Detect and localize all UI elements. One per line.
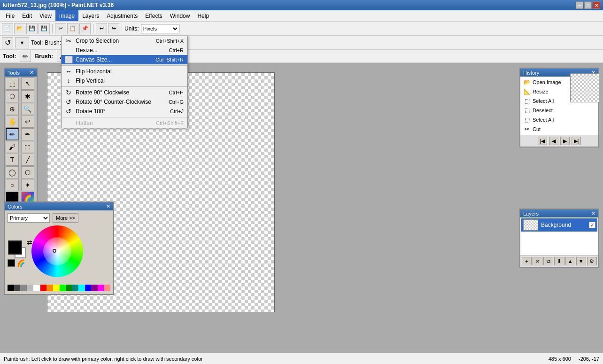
minimize-button[interactable]: ─ xyxy=(576,1,583,9)
history-first-btn[interactable]: |◀ xyxy=(538,137,547,145)
duplicate-layer-btn[interactable]: ⧉ xyxy=(543,257,553,265)
recolor-btn[interactable]: ↺ xyxy=(2,37,13,48)
menu-file[interactable]: File xyxy=(2,10,18,21)
tool-lasso[interactable]: ⬡ xyxy=(6,90,19,102)
tool-fill[interactable]: ⬚ xyxy=(21,141,34,153)
menu-item-rotate-ccw[interactable]: ↺ Rotate 90° Counter-Clockwise Ctrl+G xyxy=(62,97,187,107)
move-layer-up-btn[interactable]: ▲ xyxy=(565,257,575,265)
menu-layers[interactable]: Layers xyxy=(78,10,103,21)
tool-line[interactable]: ╱ xyxy=(21,154,34,166)
tool-pencil[interactable]: ✏ xyxy=(6,128,19,140)
color-white[interactable] xyxy=(33,285,40,291)
tool-rectangle-select[interactable]: ⬚ xyxy=(6,77,19,90)
menu-view[interactable]: View xyxy=(36,10,55,21)
tool-pan[interactable]: ✋ xyxy=(6,116,19,128)
color-teal[interactable] xyxy=(72,285,79,291)
tool-shapes[interactable]: ◯ xyxy=(6,166,19,178)
tool-recolor[interactable]: ✦ xyxy=(21,179,34,191)
layer-visibility-check[interactable]: ✓ xyxy=(589,222,595,228)
menu-window[interactable]: Window xyxy=(166,10,194,21)
tool-move[interactable]: ↖ xyxy=(21,77,34,90)
window-title: kitten572_13.jpg (100%) - Paint.NET v3.3… xyxy=(3,2,114,8)
color-black[interactable] xyxy=(8,285,14,291)
history-item-cut[interactable]: ✂ Cut xyxy=(521,124,597,134)
image-dropdown-menu: ✂ Crop to Selection Ctrl+Shift+X Resize.… xyxy=(61,36,188,128)
color-lime[interactable] xyxy=(60,285,66,291)
move-layer-down-btn[interactable]: ▼ xyxy=(576,257,586,265)
color-wheel[interactable] xyxy=(31,225,83,277)
tool-color-picker[interactable]: ○ xyxy=(6,179,19,191)
rotate-180-label: Rotate 180° xyxy=(76,108,106,115)
color-cyan[interactable] xyxy=(78,285,85,291)
rotate-ccw-shortcut: Ctrl+G xyxy=(169,99,184,105)
color-red[interactable] xyxy=(40,285,47,291)
paste-button[interactable]: 📌 xyxy=(79,23,91,34)
open-button[interactable]: 📂 xyxy=(14,23,25,34)
colors-close-icon[interactable]: ✕ xyxy=(106,203,110,209)
merge-layer-btn[interactable]: ⬇ xyxy=(554,257,564,265)
cut-icon: ✂ xyxy=(523,125,531,133)
color-gray[interactable] xyxy=(20,285,27,291)
menu-item-resize[interactable]: Resize... Ctrl+R xyxy=(62,46,187,55)
layer-background[interactable]: Background ✓ xyxy=(521,218,597,232)
history-item-selectall2[interactable]: ⬚ Select All xyxy=(521,115,597,124)
menu-item-canvas-size[interactable]: ⬜ Canvas Size... Ctrl+Shift+R xyxy=(62,55,187,64)
tool-magic-wand[interactable]: ✱ xyxy=(21,90,34,102)
undo-button[interactable]: ↩ xyxy=(96,23,107,34)
menu-item-rotate-180[interactable]: ↺ Rotate 180° Ctrl+J xyxy=(62,107,187,116)
tool-option-btn[interactable]: ▼ xyxy=(15,37,29,48)
menu-item-crop[interactable]: ✂ Crop to Selection Ctrl+Shift+X xyxy=(62,36,187,46)
color-wheel-container[interactable] xyxy=(31,225,88,282)
menu-edit[interactable]: Edit xyxy=(18,10,36,21)
delete-layer-btn[interactable]: ✕ xyxy=(533,257,542,265)
menu-item-flip-v[interactable]: ↕ Flip Vertical xyxy=(62,76,187,85)
tool-magnifier[interactable]: 🔍 xyxy=(21,103,34,115)
history-last-btn[interactable]: ▶| xyxy=(572,137,581,145)
menu-help[interactable]: Help xyxy=(193,10,213,21)
save-button[interactable]: 💾 xyxy=(26,23,38,34)
new-button[interactable]: 📄 xyxy=(2,23,13,34)
menu-adjustments[interactable]: Adjustments xyxy=(103,10,141,21)
color-orange[interactable] xyxy=(46,285,53,291)
color-pink[interactable] xyxy=(104,285,110,291)
tool-eraser[interactable]: ✒ xyxy=(21,128,34,140)
history-back-btn[interactable]: ◀ xyxy=(549,137,558,145)
color-blue[interactable] xyxy=(85,285,92,291)
black-swatch[interactable] xyxy=(8,259,15,267)
menu-item-flip-h[interactable]: ↔ Flip Horizontal xyxy=(62,67,187,76)
menu-item-rotate-cw[interactable]: ↻ Rotate 90° Clockwise Ctrl+H xyxy=(62,88,187,97)
add-layer-btn[interactable]: + xyxy=(522,257,532,265)
color-silver[interactable] xyxy=(27,285,33,291)
color-magenta[interactable] xyxy=(98,285,104,291)
active-tool-icon[interactable]: ✏ xyxy=(20,51,31,62)
tool-clone[interactable]: ↩ xyxy=(21,116,34,128)
menu-effects[interactable]: Effects xyxy=(141,10,166,21)
color-green[interactable] xyxy=(66,285,72,291)
layer-properties-btn[interactable]: ⚙ xyxy=(587,257,597,265)
units-dropdown[interactable]: Pixels Inches Centimeters xyxy=(141,24,179,33)
cut-button[interactable]: ✂ xyxy=(55,23,66,34)
tool-paintbrush[interactable]: 🖌 xyxy=(6,141,19,153)
tool-zoom[interactable]: ⊕ xyxy=(6,103,19,115)
tool-gradient[interactable]: ⬡ xyxy=(21,166,34,178)
color-purple[interactable] xyxy=(91,285,98,291)
copy-button[interactable]: 📋 xyxy=(67,23,78,34)
primary-color-swatch[interactable] xyxy=(8,240,22,255)
layers-close-icon[interactable]: ✕ xyxy=(591,210,595,217)
close-button[interactable]: ✕ xyxy=(593,1,600,9)
tool-label: Tool: xyxy=(31,39,43,46)
more-colors-button[interactable]: More >> xyxy=(53,213,78,223)
maximize-button[interactable]: □ xyxy=(584,1,592,9)
tools-close-icon[interactable]: ✕ xyxy=(30,70,34,76)
color-type-dropdown[interactable]: Primary Secondary xyxy=(8,213,50,223)
save-all-button[interactable]: 💾 xyxy=(39,23,50,34)
tool-text[interactable]: T xyxy=(6,154,19,166)
gradient-icon[interactable]: 🌈 xyxy=(17,259,25,267)
redo-button[interactable]: ↪ xyxy=(108,23,119,34)
color-yellow[interactable] xyxy=(53,285,60,291)
color-darkgray[interactable] xyxy=(14,285,21,291)
menu-image[interactable]: Image xyxy=(55,10,78,21)
history-forward-btn[interactable]: ▶ xyxy=(560,137,570,145)
color-palette-bar[interactable] xyxy=(8,285,110,291)
history-item-deselect[interactable]: ⬚ Deselect xyxy=(521,106,597,115)
